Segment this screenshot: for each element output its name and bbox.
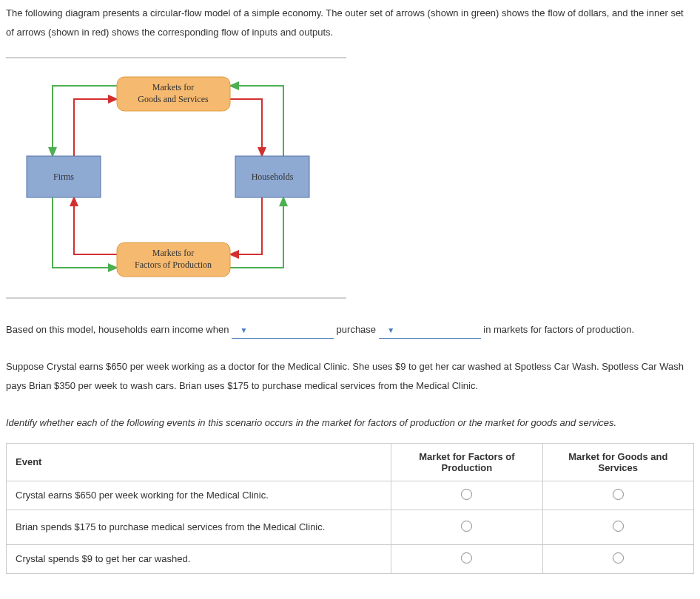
chevron-down-icon: ▼ xyxy=(240,326,248,334)
instruction-text: Identify whether each of the following e… xyxy=(6,414,694,431)
radio-row0-goods[interactable] xyxy=(613,489,624,500)
question-part3: in markets for factors of production. xyxy=(483,324,634,335)
svg-text:Factors of Production: Factors of Production xyxy=(135,260,212,270)
radio-row1-factors[interactable] xyxy=(461,521,472,532)
header-goods: Market for Goods and Services xyxy=(542,443,693,481)
question-part2: purchase xyxy=(337,324,379,335)
divider-top xyxy=(6,57,346,58)
radio-row0-factors[interactable] xyxy=(461,489,472,500)
svg-text:Goods and Services: Goods and Services xyxy=(138,94,209,104)
event-cell: Brian spends $175 to purchase medical se… xyxy=(7,510,391,544)
header-event: Event xyxy=(7,443,391,481)
table-row: Brian spends $175 to purchase medical se… xyxy=(7,510,694,544)
radio-row2-goods[interactable] xyxy=(613,552,624,564)
table-row: Crystal earns $650 per week working for … xyxy=(7,481,694,510)
event-cell: Crystal spends $9 to get her car washed. xyxy=(7,544,391,573)
radio-row2-factors[interactable] xyxy=(461,552,472,564)
svg-text:Households: Households xyxy=(252,172,294,182)
divider-bottom xyxy=(6,297,346,299)
radio-row1-goods[interactable] xyxy=(613,521,624,532)
fill-in-question: Based on this model, households earn inc… xyxy=(6,321,694,339)
intro-text: The following diagram presents a circula… xyxy=(6,4,694,42)
chevron-down-icon: ▼ xyxy=(387,326,394,334)
scenario-text: Suppose Crystal earns $650 per week work… xyxy=(6,357,694,396)
event-cell: Crystal earns $650 per week working for … xyxy=(7,481,391,510)
events-table: Event Market for Factors of Production M… xyxy=(6,443,694,574)
svg-text:Markets for: Markets for xyxy=(152,248,194,258)
table-row: Crystal spends $9 to get her car washed. xyxy=(7,544,694,573)
svg-text:Firms: Firms xyxy=(53,172,74,182)
header-factors: Market for Factors of Production xyxy=(391,443,542,481)
dropdown-2[interactable]: ▼ xyxy=(379,321,481,339)
circular-flow-diagram: Markets for Goods and Services Markets f… xyxy=(6,57,694,299)
svg-text:Markets for: Markets for xyxy=(152,82,194,92)
question-part1: Based on this model, households earn inc… xyxy=(6,324,232,335)
diagram-svg: Markets for Goods and Services Markets f… xyxy=(6,62,346,291)
dropdown-1[interactable]: ▼ xyxy=(232,321,334,339)
